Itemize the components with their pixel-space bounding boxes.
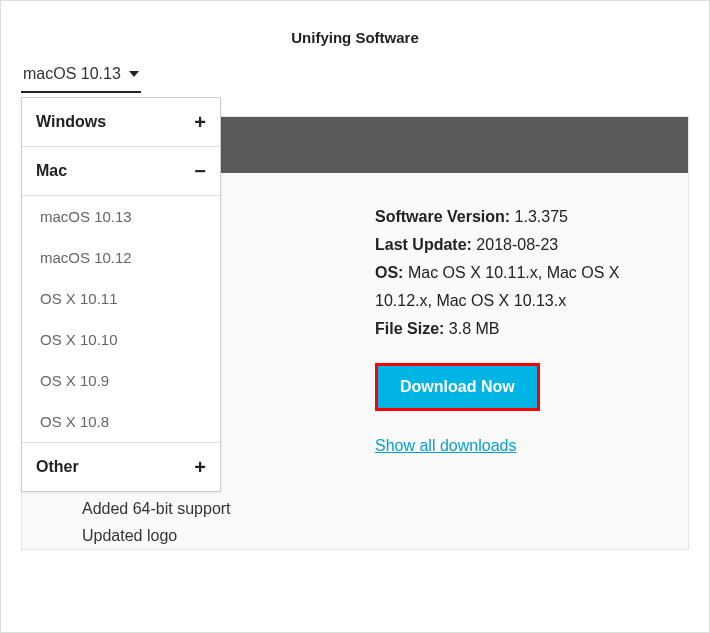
os-option[interactable]: OS X 10.8 [22,401,220,442]
os-dropdown-panel: Windows + Mac − macOS 10.13 macOS 10.12 … [21,97,221,492]
os-option[interactable]: OS X 10.11 [22,278,220,319]
plus-icon: + [194,112,206,132]
os-option[interactable]: macOS 10.12 [22,237,220,278]
download-now-button[interactable]: Download Now [375,363,540,411]
os-group-mac-items: macOS 10.13 macOS 10.12 OS X 10.11 OS X … [22,196,220,443]
spec-last-update: Last Update: 2018-08-23 [375,231,668,259]
os-group-label: Windows [36,113,106,131]
spec-os: OS: Mac OS X 10.11.x, Mac OS X 10.12.x, … [375,259,668,315]
chevron-down-icon [129,71,139,77]
show-all-downloads-link[interactable]: Show all downloads [375,437,668,455]
os-option[interactable]: OS X 10.10 [22,319,220,360]
page-title: Unifying Software [1,1,709,56]
os-option[interactable]: OS X 10.9 [22,360,220,401]
spec-software-version: Software Version: 1.3.375 [375,203,668,231]
os-selector-value: macOS 10.13 [23,65,121,83]
os-group-label: Other [36,458,79,476]
os-group-other[interactable]: Other + [22,443,220,491]
release-notes: Added 64-bit support Updated logo [82,495,688,549]
spec-file-size: File Size: 3.8 MB [375,315,668,343]
release-note-item: Added 64-bit support [82,495,688,522]
os-selector-dropdown-trigger[interactable]: macOS 10.13 [21,59,141,93]
os-group-windows[interactable]: Windows + [22,98,220,147]
release-note-item: Updated logo [82,522,688,549]
os-option[interactable]: macOS 10.13 [22,196,220,237]
os-group-mac[interactable]: Mac − [22,147,220,196]
os-group-label: Mac [36,162,67,180]
plus-icon: + [194,457,206,477]
minus-icon: − [194,161,206,181]
